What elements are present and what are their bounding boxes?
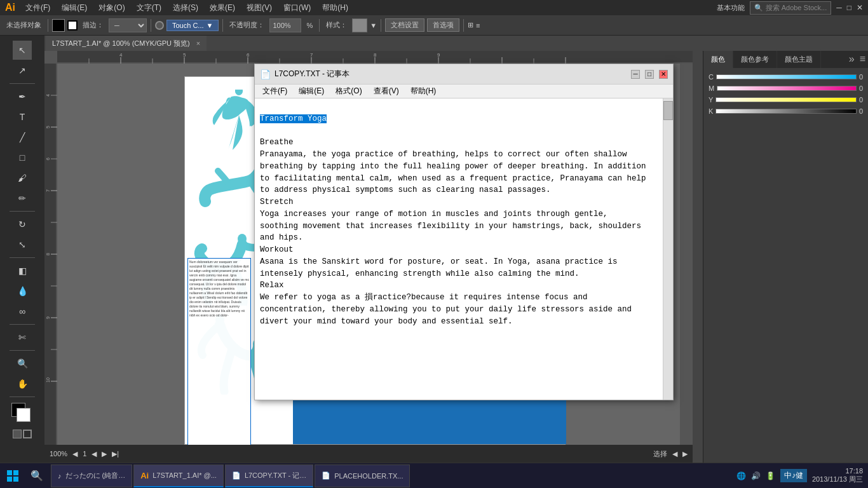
cyan-slider[interactable] <box>716 74 857 79</box>
menu-effect[interactable]: 效果(E) <box>205 1 240 15</box>
menu-view[interactable]: 视图(V) <box>241 1 277 15</box>
slice-tool[interactable]: ✄ <box>13 328 32 347</box>
fill-swatch[interactable] <box>52 19 65 32</box>
maximize-btn[interactable]: □ <box>847 3 851 12</box>
nav-next[interactable]: ▶ <box>682 450 688 458</box>
np-menu-help[interactable]: 帮助(H) <box>405 85 442 98</box>
notepad-scrollbar[interactable] <box>663 98 673 400</box>
search-icon: 🔍 <box>754 4 763 12</box>
start-button[interactable] <box>0 463 25 489</box>
outline-mode[interactable] <box>23 430 32 438</box>
doc-settings-btn[interactable]: 文档设置 <box>385 18 424 32</box>
panel-options[interactable]: ≡ <box>476 22 480 29</box>
tool-sep-4 <box>10 324 35 325</box>
zoom-decrease[interactable]: ◀ <box>72 450 78 458</box>
taskbar-app-ai[interactable]: Ai L7START_1.AI* @... <box>133 464 224 487</box>
no-selection-label: 未选择对象 <box>4 19 44 31</box>
select-tool[interactable]: ↖ <box>13 41 32 60</box>
menu-type[interactable]: 文字(T) <box>132 1 166 15</box>
taskbar-app-placeholder[interactable]: 📄 PLACEHOLDER.TX... <box>315 464 410 487</box>
black-value: 0 <box>859 107 863 115</box>
notepad-minimize-btn[interactable]: ─ <box>631 70 640 79</box>
notepad-close-btn[interactable]: ✕ <box>659 70 668 79</box>
svg-text:7: 7 <box>46 189 50 192</box>
search-label[interactable]: 搜索 Adobe Stock... <box>766 3 827 13</box>
yellow-value: 0 <box>859 96 863 104</box>
rotate-tool[interactable]: ↻ <box>13 215 32 234</box>
notepad-textarea[interactable]: Transform Yoga Breathe Pranayama, the yo… <box>255 98 663 400</box>
stroke-select[interactable]: ─ <box>109 18 147 32</box>
panel-expand-btn[interactable]: » <box>846 51 857 68</box>
yellow-slider[interactable] <box>715 97 857 102</box>
basic-function-btn[interactable]: 基本功能 <box>717 3 745 13</box>
page-number: 1 <box>83 450 86 458</box>
color-theme-tab[interactable]: 颜色主题 <box>777 51 821 68</box>
zoom-tool[interactable]: 🔍 <box>13 354 32 373</box>
np-menu-edit[interactable]: 编辑(E) <box>294 85 329 98</box>
arrange-icons[interactable]: ⊞ <box>468 21 473 29</box>
page-next[interactable]: ▶ <box>102 450 107 458</box>
menu-file[interactable]: 文件(F) <box>20 1 55 15</box>
np-menu-view[interactable]: 查看(V) <box>369 85 404 98</box>
text-frame[interactable]: Num doloreetum ver esequam ver suscipist… <box>187 258 251 461</box>
scroll-thumb[interactable] <box>663 101 673 120</box>
nav-prev[interactable]: ◀ <box>672 450 677 458</box>
magenta-slider[interactable] <box>717 86 857 91</box>
touch-button[interactable]: Touch C... ▼ <box>166 20 219 31</box>
menu-edit[interactable]: 编辑(E) <box>57 1 92 15</box>
eyedrop-tool[interactable]: 💧 <box>13 281 32 301</box>
opacity-unit: % <box>304 20 315 30</box>
tray-network[interactable]: 🌐 <box>736 471 746 480</box>
panel-menu-btn[interactable]: ≡ <box>857 51 868 68</box>
ime-indicator[interactable]: 中♪健 <box>780 469 807 482</box>
toolbar-sep-5 <box>381 19 381 32</box>
page-prev[interactable]: ◀ <box>92 450 97 458</box>
notepad-maximize-btn[interactable]: □ <box>645 70 654 79</box>
line-tool[interactable]: ╱ <box>13 128 32 147</box>
brush-tool[interactable]: 🖌 <box>13 168 32 187</box>
toolbar-sep-1 <box>48 19 48 32</box>
hand-tool[interactable]: ✋ <box>13 374 32 393</box>
np-menu-file[interactable]: 文件(F) <box>257 85 292 98</box>
page-last[interactable]: ▶| <box>112 450 119 458</box>
document-tab[interactable]: L7START_1.AI* @ 100% (CMYK/GPU 预览) × <box>46 36 207 51</box>
notepad-app-label: L7COPY.TXT - 记… <box>245 471 306 480</box>
normal-mode[interactable] <box>13 430 22 438</box>
preferences-btn[interactable]: 首选项 <box>427 18 459 32</box>
menu-object[interactable]: 对象(O) <box>93 1 130 15</box>
rect-tool[interactable]: □ <box>13 148 32 167</box>
stroke-swatch[interactable] <box>67 20 78 30</box>
gradient-tool[interactable]: ◧ <box>13 261 32 280</box>
color-mode-label: C <box>709 73 714 81</box>
pencil-tool[interactable]: ✏ <box>13 189 32 208</box>
taskbar-app-notepad[interactable]: 📄 L7COPY.TXT - 记… <box>225 464 313 487</box>
color-swatches[interactable] <box>11 403 33 424</box>
minimize-btn[interactable]: ─ <box>836 3 842 12</box>
close-btn[interactable]: ✕ <box>857 3 863 12</box>
pen-tool[interactable]: ✒ <box>13 87 32 106</box>
blend-tool[interactable]: ∞ <box>13 302 32 321</box>
black-slider[interactable] <box>715 109 857 114</box>
menu-select[interactable]: 选择(S) <box>168 1 203 15</box>
color-guide-tab[interactable]: 颜色参考 <box>733 51 777 68</box>
tray-battery[interactable]: 🔋 <box>766 471 775 480</box>
notepad-titlebar: 📄 L7COPY.TXT - 记事本 ─ □ ✕ <box>255 64 673 85</box>
taskbar-search-btn[interactable]: 🔍 <box>25 463 48 489</box>
doc-tab-close[interactable]: × <box>196 39 200 47</box>
style-swatch[interactable] <box>352 18 367 32</box>
menu-window[interactable]: 窗口(W) <box>278 1 316 15</box>
system-clock[interactable]: 17:18 2013/11/13 周三 <box>812 467 863 484</box>
scale-tool[interactable]: ⤡ <box>13 235 32 254</box>
style-dropdown[interactable]: ▼ <box>370 22 377 29</box>
type-tool[interactable]: T <box>13 107 32 126</box>
menu-help[interactable]: 帮助(H) <box>317 1 353 15</box>
tool-sep-1 <box>10 83 35 84</box>
np-menu-format[interactable]: 格式(O) <box>330 85 367 98</box>
tray-sound[interactable]: 🔊 <box>751 471 761 480</box>
color-tab[interactable]: 颜色 <box>703 51 733 68</box>
direct-select-tool[interactable]: ↗ <box>13 61 32 80</box>
opacity-input[interactable] <box>269 18 301 32</box>
ruler-top: 4 5 6 7 8 9 <box>57 51 693 64</box>
touch-dropdown-icon: ▼ <box>207 22 214 29</box>
taskbar-app-music[interactable]: ♪ だったのに (純音… <box>51 464 132 487</box>
